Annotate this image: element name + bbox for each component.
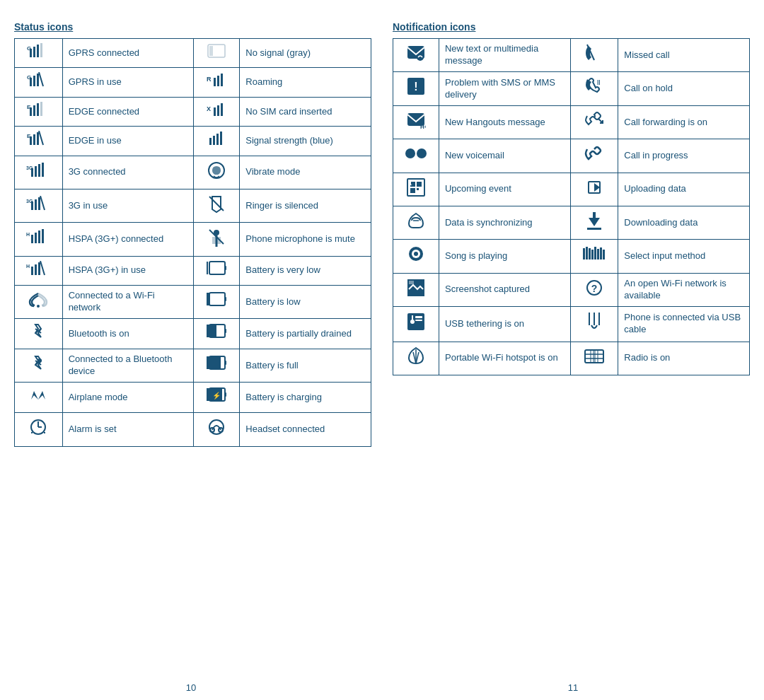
- svg-rect-79: [225, 392, 226, 397]
- svg-rect-61: [225, 266, 226, 270]
- svg-rect-68: [207, 325, 216, 337]
- status-label-3: EDGE connected: [62, 97, 194, 126]
- table-row: G GPRS in use R Roaming: [15, 68, 371, 97]
- svg-rect-65: [225, 297, 226, 301]
- status-icon-8: H: [15, 256, 63, 285]
- page-number-11: 11: [382, 682, 764, 693]
- svg-rect-101: [410, 188, 415, 193]
- svg-rect-4: [40, 43, 42, 57]
- status-label2-5: Vibrate mode: [240, 156, 371, 189]
- svg-rect-76: [225, 361, 226, 365]
- notif-label-3: New Hangouts message: [439, 105, 570, 139]
- notif-icon-1: [393, 39, 439, 72]
- svg-text:H: H: [26, 264, 30, 269]
- svg-rect-102: [417, 182, 422, 187]
- notif-icon2-5: [570, 173, 618, 206]
- svg-rect-36: [35, 166, 37, 177]
- status-icon2-11: [194, 349, 240, 383]
- svg-rect-109: [593, 212, 596, 219]
- svg-rect-19: [37, 103, 39, 116]
- notif-icon2-7: [570, 240, 618, 273]
- svg-rect-114: [583, 248, 585, 259]
- status-icon2-5: [194, 156, 240, 189]
- table-row: Portable Wi-Fi hotspot is on Radio is on: [393, 342, 750, 375]
- svg-rect-3: [37, 45, 39, 57]
- table-row: E EDGE in use Signal strength (blue): [15, 127, 371, 156]
- status-icon2-10: [194, 318, 240, 349]
- svg-rect-27: [33, 134, 35, 145]
- svg-text:?: ?: [591, 283, 598, 294]
- table-row: Data is synchronizing Downloading data: [393, 206, 750, 239]
- notif-label-4: New voicemail: [439, 139, 570, 173]
- table-row: New text or multimedia message Missed ca…: [393, 39, 750, 72]
- status-icon-12: [15, 383, 63, 413]
- table-row: Screenshot captured ? An open Wi-Fi netw…: [393, 273, 750, 306]
- svg-rect-139: [591, 350, 594, 363]
- notification-icons-table: New text or multimedia message Missed ca…: [393, 38, 750, 375]
- status-icon2-9: [194, 286, 240, 319]
- svg-text:⚡: ⚡: [212, 391, 221, 400]
- status-icon2-8: [194, 256, 240, 285]
- svg-rect-120: [600, 247, 602, 259]
- status-icon-4: E: [15, 127, 63, 156]
- notif-icon2-2: ||: [570, 72, 618, 105]
- status-label2-3: No SIM card inserted: [240, 97, 371, 126]
- notif-label-8: Screenshot captured: [439, 273, 570, 306]
- notif-label-7: Song is playing: [439, 240, 570, 273]
- svg-rect-116: [589, 248, 591, 259]
- svg-rect-38: [42, 163, 44, 177]
- svg-rect-119: [597, 249, 599, 259]
- status-icon-6: 3G: [15, 189, 63, 222]
- page-10: Status icons G GPRS connected No signal …: [14, 21, 371, 658]
- status-label2-2: Roaming: [240, 68, 371, 97]
- notification-icons-title: Notification icons: [393, 21, 750, 33]
- status-icon-1: G: [15, 39, 63, 68]
- notif-icon-3: H+: [393, 105, 439, 139]
- svg-line-11: [39, 72, 43, 86]
- svg-marker-106: [594, 183, 600, 192]
- svg-rect-14: [217, 76, 219, 86]
- notif-icon-4: [393, 139, 439, 173]
- status-icon-9: [15, 286, 63, 319]
- status-icons-title: Status icons: [14, 21, 371, 33]
- notif-label-6: Data is synchronizing: [439, 206, 570, 239]
- notif-icon2-8: ?: [570, 273, 618, 306]
- status-label-4: EDGE in use: [62, 127, 194, 156]
- table-row: 3G 3G in use Ringer is silenced: [15, 189, 371, 222]
- notif-icon2-4: [570, 139, 618, 173]
- table-row: G GPRS connected No signal (gray): [15, 39, 371, 68]
- status-label-5: 3G connected: [62, 156, 194, 189]
- svg-rect-49: [38, 231, 40, 243]
- svg-rect-50: [42, 229, 44, 243]
- svg-rect-140: [595, 350, 598, 363]
- svg-point-98: [417, 148, 427, 158]
- notif-label2-3: Call forwarding is on: [618, 105, 750, 139]
- table-row: ! Problem with SMS or MMS delivery || Ca…: [393, 72, 750, 105]
- status-icon-3: E: [15, 97, 63, 126]
- status-label2-12: Battery is charging: [240, 383, 371, 413]
- svg-rect-123: [409, 281, 414, 284]
- svg-point-113: [414, 252, 418, 256]
- notif-label-9: USB tethering is on: [439, 307, 570, 342]
- notif-icon-2: !: [393, 72, 439, 105]
- svg-text:H: H: [26, 232, 30, 237]
- notif-label-2: Problem with SMS or MMS delivery: [439, 72, 570, 105]
- svg-rect-115: [586, 247, 588, 259]
- svg-rect-128: [415, 316, 422, 318]
- svg-text:H+: H+: [420, 124, 426, 130]
- svg-rect-1: [30, 49, 32, 57]
- svg-rect-43: [38, 197, 40, 210]
- notif-label2-8: An open Wi-Fi network is available: [618, 273, 750, 306]
- status-label-2: GPRS in use: [62, 68, 194, 97]
- svg-rect-126: [407, 313, 424, 330]
- page-11: Notification icons New text or multimedi…: [393, 21, 750, 658]
- table-row: New voicemail Call in progress: [393, 139, 750, 173]
- svg-rect-117: [591, 250, 594, 259]
- table-row: Alarm is set Headset connected: [15, 413, 371, 446]
- table-row: Connected to a Wi-Fi network Battery is …: [15, 286, 371, 319]
- svg-rect-26: [30, 136, 32, 145]
- svg-point-62: [37, 305, 40, 308]
- status-icon-7: H: [15, 223, 63, 256]
- status-icon-13: [15, 413, 63, 446]
- svg-rect-28: [37, 132, 39, 145]
